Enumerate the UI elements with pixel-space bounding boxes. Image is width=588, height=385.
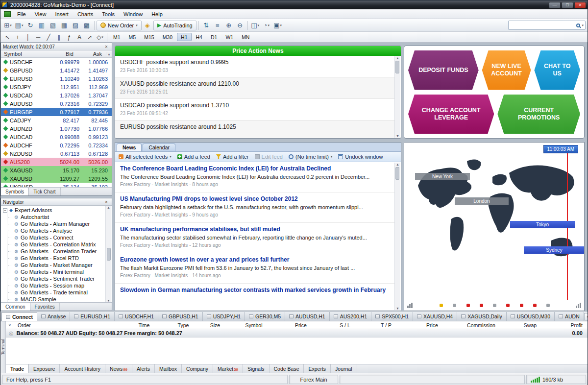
draw-tool-icon[interactable]: ╱ <box>44 33 53 41</box>
market-watch-row[interactable]: GBPUSD 1.41472 1.41497 <box>1 66 112 74</box>
terminal-tab[interactable]: Exposure <box>29 364 60 373</box>
market-watch-row[interactable]: USDCAD 1.37026 1.37047 <box>1 91 112 99</box>
market-watch-row[interactable]: AUDNZD 1.07730 1.07766 <box>1 124 112 133</box>
chart-tab[interactable]: Analyse <box>37 312 70 321</box>
navigator-item[interactable]: ⚙ Autochartist <box>7 214 105 220</box>
article-headline[interactable]: Eurozone growth lowest in over a year an… <box>120 256 390 263</box>
chart-tab[interactable]: USDCHF,H1 <box>115 312 158 321</box>
chart-tab[interactable]: AUS200,H1 <box>330 312 371 321</box>
navigator-tab[interactable]: Common <box>1 303 30 311</box>
scroll-up-icon[interactable]: ▲ <box>106 52 112 56</box>
news-article[interactable]: UK manufacturing performance stabilises,… <box>115 223 394 253</box>
navigator-root-item[interactable]: − ◆ Expert Advisors <box>3 207 105 214</box>
promo-button[interactable]: CHANGE ACCOUNT LEVERAGE <box>408 95 494 134</box>
terminal-column[interactable]: S / L <box>324 322 366 328</box>
chart-tab[interactable]: SPX500,H1 <box>371 312 413 321</box>
market-watch-row[interactable]: NZDUSD 0.67113 0.67128 <box>1 149 112 158</box>
menu-item[interactable]: Charts <box>73 10 98 19</box>
navigator-item[interactable]: ⚙ Go Markets - Alarm Manager <box>7 220 105 227</box>
terminal-tab[interactable]: Company <box>182 364 213 373</box>
toolbar-icon[interactable]: ≡ <box>212 21 223 30</box>
promo-button[interactable]: CHAT TO US <box>534 50 580 90</box>
status-connection[interactable]: 160/3 kb <box>526 375 586 384</box>
autochartist-icon[interactable]: ◈ <box>142 21 153 30</box>
terminal-column[interactable]: Swap <box>505 322 556 328</box>
draw-tool-icon[interactable]: ─ <box>33 33 43 41</box>
market-watch-row[interactable]: AUDUSD 0.72316 0.72329 <box>1 99 112 108</box>
news-scrollbar[interactable]: ▲ ▼ <box>394 163 400 310</box>
article-headline[interactable]: The Conference Board Leading Economic In… <box>120 165 390 172</box>
navigator-item[interactable]: ⚙ MACD Sample <box>7 296 105 302</box>
toolbar-icon[interactable]: ▨ <box>70 21 81 30</box>
navigator-tab[interactable]: Favorites <box>30 303 60 311</box>
draw-tool-icon[interactable]: ƒ <box>64 33 74 41</box>
feed-toolbar-button[interactable]: Add a filter <box>216 154 249 160</box>
draw-tool-icon[interactable]: ∥ <box>54 33 64 41</box>
feed-toolbar-button[interactable]: Add a feed <box>177 154 210 160</box>
news-tab[interactable]: News <box>117 144 142 151</box>
toolbar-icon[interactable]: ⊕ <box>223 21 234 30</box>
mdi-child-icon[interactable] <box>4 11 11 17</box>
feed-toolbar-button[interactable]: Edit feed <box>255 154 283 160</box>
scroll-up-icon[interactable]: ▲ <box>396 163 399 166</box>
market-watch-tab[interactable]: Tick Chart <box>29 188 60 195</box>
toolbar-icon[interactable]: ▣▾ <box>272 21 283 30</box>
minimize-button[interactable]: — <box>549 2 561 8</box>
terminal-tab[interactable]: Signals <box>243 364 269 373</box>
timeframe-button[interactable]: H4 <box>192 33 206 41</box>
news-tab[interactable]: Calendar <box>143 144 175 151</box>
scroll-thumb[interactable] <box>395 167 399 180</box>
draw-tool-icon[interactable]: A <box>74 33 84 41</box>
scroll-up-icon[interactable]: ▲ <box>107 206 110 209</box>
toolbar-icon[interactable]: ▤▾ <box>14 21 24 30</box>
search-icon[interactable] <box>576 24 580 27</box>
terminal-column[interactable]: Price <box>407 322 458 328</box>
market-watch-row[interactable]: UKOUSD 35.124 35.192 <box>1 183 112 187</box>
scroll-up-icon[interactable]: ▲ <box>396 56 399 60</box>
terminal-column[interactable]: T / P <box>366 322 407 328</box>
toolbar-icon[interactable]: ⊖ <box>235 21 245 30</box>
chevron-down-icon[interactable]: ▾ <box>582 24 584 27</box>
navigator-item[interactable]: ⚙ Go Markets - Correlation Matrix <box>7 241 105 248</box>
chart-tab[interactable]: GBPUSD,H1 <box>158 312 203 321</box>
navigator-item[interactable]: ⚙ Go Markets - Connect <box>7 234 105 241</box>
market-watch-row[interactable]: CADJPY 82.417 82.445 <box>1 116 112 124</box>
terminal-tab[interactable]: Mailbox <box>155 364 182 373</box>
close-icon[interactable]: × <box>103 44 110 49</box>
timeframe-button[interactable]: W1 <box>221 33 237 41</box>
market-watch-tab[interactable]: Symbols <box>1 188 29 195</box>
timeframe-button[interactable]: M30 <box>159 33 176 41</box>
menu-item[interactable]: Help <box>147 10 167 19</box>
chart-tab[interactable]: XAGUSD,Daily <box>457 312 507 321</box>
price-action-item[interactable]: EURUSD possible resistance around 1.1025 <box>115 120 394 138</box>
terminal-column[interactable]: Type <box>167 322 200 328</box>
terminal-tab[interactable]: Market59 <box>213 364 243 373</box>
draw-tool-icon[interactable]: ↗ <box>85 33 95 41</box>
terminal-tab[interactable]: Trade <box>6 364 29 373</box>
toolbar-icon[interactable]: ▦ <box>59 21 70 30</box>
terminal-tab[interactable]: Code Base <box>270 364 304 373</box>
promo-button[interactable]: CURRENT PROMOTIONS <box>497 95 580 134</box>
chart-tab[interactable]: AUDN <box>555 312 584 321</box>
toolbar-icon[interactable]: ▩ <box>81 21 92 30</box>
menu-item[interactable]: View <box>30 10 51 19</box>
status-profile[interactable]: Forex Main <box>289 375 338 384</box>
scroll-down-icon[interactable]: ▼ <box>107 299 110 302</box>
collapse-icon[interactable]: − <box>3 208 7 213</box>
terminal-tab[interactable]: Account History <box>60 364 105 373</box>
terminal-column[interactable]: Price <box>277 322 324 328</box>
terminal-column[interactable]: Commission <box>458 322 505 328</box>
terminal-tab[interactable]: Journal <box>331 364 357 373</box>
navigator-item[interactable]: ⚙ Go Markets - Analyse <box>7 227 105 234</box>
scroll-down-icon[interactable]: ▼ <box>396 134 399 138</box>
terminal-tab[interactable]: Alerts <box>132 364 155 373</box>
feed-toolbar-button[interactable]: Undock window <box>338 154 383 160</box>
market-watch-row[interactable]: EURUSD 1.10249 1.10263 <box>1 74 112 83</box>
price-action-item[interactable]: USDCAD possible support around 1.3710 23… <box>115 99 394 120</box>
toolbar-icon[interactable]: ↻ <box>25 21 36 30</box>
timeframe-button[interactable]: M1 <box>109 33 124 41</box>
terminal-column[interactable]: Order <box>14 322 122 328</box>
scroll-thumb[interactable] <box>395 61 399 73</box>
autotrading-button[interactable]: ▶ AutoTrading <box>153 21 196 30</box>
market-watch-row[interactable]: XAGUSD 15.170 15.230 <box>1 166 112 174</box>
